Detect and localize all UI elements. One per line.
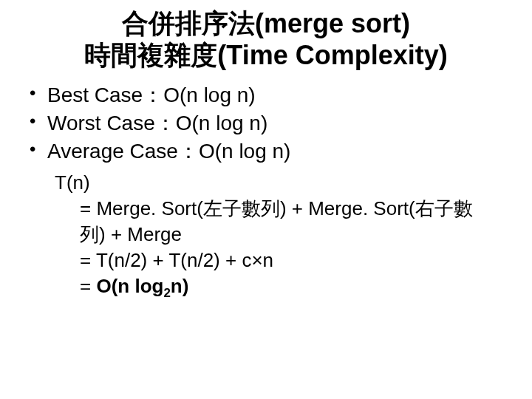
recurrence-block: T(n) = Merge. Sort(左子數列) + Merge. Sort(右… [22, 170, 510, 302]
bullet-text: Average Case：O(n log n) [47, 140, 290, 163]
recurrence-line-2a: = Merge. Sort(左子數列) + Merge. Sort(右子數 [55, 196, 510, 222]
recurrence-line-4: = O(n log2n) [55, 273, 510, 302]
title-line-1: 合併排序法(merge sort) [30, 7, 502, 39]
log-base: 2 [163, 286, 170, 300]
bullet-list: Best Case：O(n log n) Worst Case：O(n log … [22, 81, 510, 165]
slide: 合併排序法(merge sort) 時間複雜度(Time Complexity)… [0, 0, 532, 317]
bullet-average-case: Average Case：O(n log n) [25, 137, 510, 166]
big-o-part-1: O(n log [96, 275, 163, 297]
slide-title: 合併排序法(merge sort) 時間複雜度(Time Complexity) [22, 7, 510, 71]
bullet-text: Worst Case：O(n log n) [47, 112, 267, 134]
title-line-2: 時間複雜度(Time Complexity) [30, 39, 502, 71]
recurrence-line-2b: 列) + Merge [55, 222, 510, 248]
bullet-text: Best Case：O(n log n) [47, 83, 256, 106]
bullet-worst-case: Worst Case：O(n log n) [25, 109, 510, 137]
bullet-best-case: Best Case：O(n log n) [25, 81, 510, 109]
recurrence-tn: T(n) [55, 171, 90, 194]
recurrence-line-3: = T(n/2) + T(n/2) + c×n [55, 248, 510, 273]
eq-prefix: = [80, 275, 96, 297]
big-o-part-2: n) [171, 275, 189, 297]
